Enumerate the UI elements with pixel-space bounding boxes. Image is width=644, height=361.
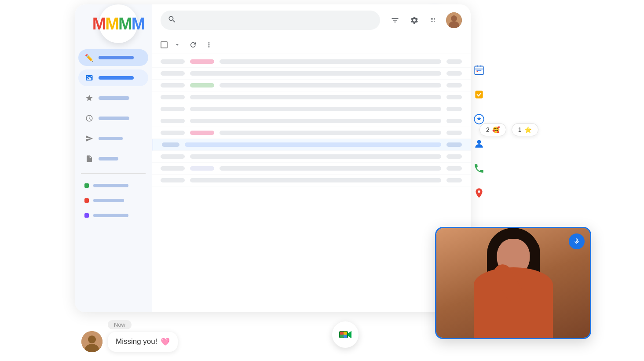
snoozed-icon — [84, 113, 94, 123]
email-row[interactable] — [152, 56, 471, 68]
subject-skeleton — [190, 178, 441, 182]
reaction-badge-1[interactable]: 2 🥰 — [479, 123, 506, 136]
date-skeleton — [446, 178, 462, 182]
sender-skeleton — [161, 119, 185, 123]
chat-notification: Now Missing you! 🩷 — [81, 321, 178, 352]
refresh-icon[interactable] — [187, 39, 199, 51]
tag-skeleton-pink — [190, 131, 214, 135]
email-toolbar — [152, 36, 471, 54]
reaction-count-1: 2 — [486, 126, 490, 133]
sidebar-item-snoozed[interactable] — [78, 110, 148, 127]
header — [152, 4, 471, 36]
email-row[interactable] — [152, 127, 471, 139]
compose-icon: ✏️ — [84, 53, 94, 62]
svg-rect-19 — [344, 332, 347, 335]
sender-skeleton — [161, 107, 185, 111]
email-row-selected[interactable] — [152, 139, 471, 151]
settings-icon[interactable] — [407, 13, 421, 27]
tag-skeleton-lavender — [190, 166, 214, 171]
svg-rect-9 — [475, 91, 483, 98]
sent-icon — [84, 134, 94, 143]
email-row[interactable] — [152, 68, 471, 80]
email-list — [152, 54, 471, 188]
sidebar-item-starred[interactable] — [78, 90, 148, 106]
date-skeleton — [446, 119, 462, 123]
sidebar: ✏️ — [75, 4, 152, 312]
svg-point-1 — [451, 15, 457, 22]
sidebar-label-item-2[interactable] — [78, 195, 148, 206]
video-mic-button[interactable] — [569, 233, 585, 249]
search-bar[interactable] — [161, 11, 380, 30]
sidebar-divider — [81, 173, 146, 174]
sidebar-item-inbox[interactable] — [78, 69, 148, 86]
date-skeleton — [446, 83, 462, 88]
label-tag-red — [84, 198, 89, 203]
drafts-label — [99, 157, 118, 160]
svg-rect-21 — [344, 335, 347, 338]
svg-rect-8 — [477, 70, 482, 71]
maps-icon[interactable] — [471, 185, 487, 201]
reaction-badges: 2 🥰 1 ⭐ — [479, 123, 538, 136]
more-options-icon[interactable] — [203, 39, 215, 51]
date-skeleton — [446, 71, 462, 76]
subject-skeleton — [220, 83, 441, 88]
tasks-icon[interactable] — [471, 86, 487, 103]
gmail-m-letter: MMMM — [92, 15, 145, 33]
apps-icon[interactable] — [427, 13, 441, 27]
label-1-text — [93, 184, 128, 187]
email-row[interactable] — [152, 80, 471, 91]
sender-skeleton — [161, 178, 185, 182]
date-skeleton — [446, 142, 462, 147]
subject-skeleton — [190, 95, 441, 99]
reaction-badge-2[interactable]: 1 ⭐ — [512, 123, 538, 136]
dropdown-icon[interactable] — [171, 39, 183, 51]
date-skeleton — [446, 95, 462, 99]
contacts-icon[interactable] — [471, 135, 487, 152]
starred-icon — [84, 93, 94, 103]
sidebar-item-drafts[interactable] — [78, 150, 148, 167]
svg-rect-18 — [340, 332, 344, 335]
sender-skeleton — [161, 95, 185, 99]
woman-silhouette — [456, 232, 571, 338]
sidebar-item-sent[interactable] — [78, 130, 148, 147]
video-call-window — [435, 227, 591, 339]
label-3-text — [93, 214, 128, 217]
tag-skeleton-green — [190, 83, 214, 88]
reaction-count-2: 1 — [518, 126, 522, 133]
sidebar-label-item-1[interactable] — [78, 180, 148, 191]
select-all-checkbox[interactable] — [161, 41, 168, 48]
email-row[interactable] — [152, 175, 471, 186]
subject-skeleton — [190, 154, 441, 159]
drafts-icon — [84, 154, 94, 164]
google-meet-button[interactable] — [332, 321, 359, 348]
email-row[interactable] — [152, 151, 471, 163]
starred-label — [99, 96, 129, 100]
date-skeleton — [446, 166, 462, 171]
email-row[interactable] — [152, 103, 471, 115]
subject-skeleton — [190, 107, 441, 111]
chat-bubble: Missing you! 🩷 — [108, 332, 178, 352]
compose-label — [99, 56, 134, 59]
sidebar-item-compose[interactable]: ✏️ — [78, 49, 148, 66]
search-icon — [168, 15, 176, 26]
email-row[interactable] — [152, 163, 471, 175]
subject-skeleton — [220, 166, 441, 171]
filter-icon[interactable] — [388, 13, 402, 27]
svg-marker-22 — [348, 331, 351, 338]
calendar-icon[interactable] — [471, 62, 487, 78]
reaction-emoji-1: 🥰 — [492, 126, 500, 133]
svg-rect-20 — [340, 335, 344, 338]
phone-icon[interactable] — [471, 160, 487, 177]
sender-skeleton — [161, 166, 185, 171]
chat-row: Missing you! 🩷 — [81, 331, 178, 352]
email-row[interactable] — [152, 91, 471, 103]
email-row[interactable] — [152, 115, 471, 127]
sidebar-label-item-3[interactable] — [78, 210, 148, 221]
svg-rect-3 — [475, 66, 483, 75]
chat-message-text: Missing you! — [116, 337, 157, 346]
svg-point-13 — [88, 335, 96, 343]
sender-skeleton — [162, 142, 179, 147]
subject-skeleton — [185, 142, 441, 147]
user-avatar[interactable] — [446, 12, 462, 28]
chat-emoji: 🩷 — [161, 337, 170, 346]
